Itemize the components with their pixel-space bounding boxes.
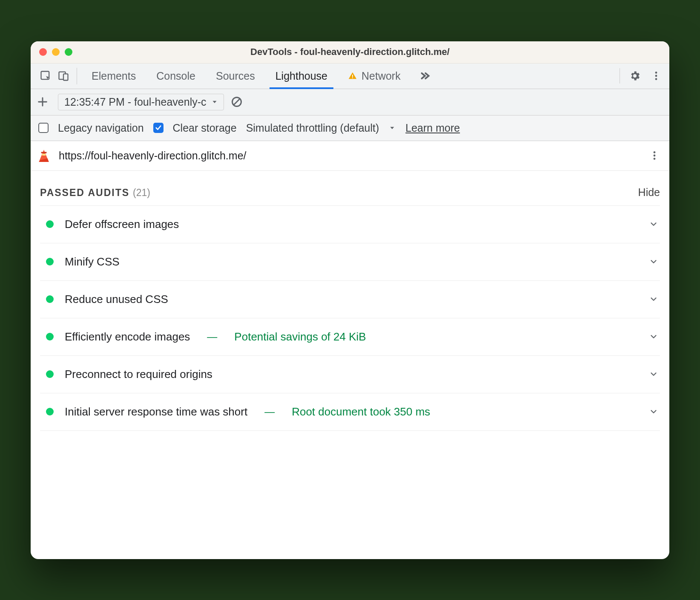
tab-network[interactable]: Network xyxy=(338,63,411,89)
inspect-element-icon[interactable] xyxy=(37,63,55,89)
new-report-button[interactable] xyxy=(37,96,51,108)
tab-sources[interactable]: Sources xyxy=(206,63,265,89)
audit-title: Minify CSS xyxy=(65,255,120,268)
divider xyxy=(620,68,620,84)
kebab-menu-button[interactable] xyxy=(647,70,665,81)
chevron-down-icon xyxy=(649,219,658,229)
audit-row[interactable]: Defer offscreen images xyxy=(40,205,660,243)
clear-report-button[interactable] xyxy=(231,96,245,108)
report-kebab-menu[interactable] xyxy=(649,150,660,161)
tab-console[interactable]: Console xyxy=(146,63,206,89)
chevron-down-icon xyxy=(649,257,658,266)
tab-label: Console xyxy=(156,70,195,82)
pass-bullet-icon xyxy=(46,220,54,228)
tabs: Elements Console Sources Lighthouse Netw… xyxy=(81,63,411,89)
tab-label: Network xyxy=(361,70,401,82)
report-select[interactable]: 12:35:47 PM - foul-heavenly-c xyxy=(58,94,224,110)
svg-rect-10 xyxy=(41,152,47,153)
audit-row[interactable]: Minify CSS xyxy=(40,243,660,280)
panel-tabbar: Elements Console Sources Lighthouse Netw… xyxy=(31,63,669,89)
chevron-down-icon xyxy=(649,294,658,304)
throttling-label: Simulated throttling (default) xyxy=(246,122,379,134)
tabbar-right-controls xyxy=(618,63,665,89)
report-select-label: 12:35:47 PM - foul-heavenly-c xyxy=(64,96,207,108)
tab-lighthouse[interactable]: Lighthouse xyxy=(265,63,338,89)
pass-bullet-icon xyxy=(46,333,54,340)
tab-label: Lighthouse xyxy=(275,70,327,82)
audit-list: Defer offscreen imagesMinify CSSReduce u… xyxy=(40,205,660,431)
warning-triangle-icon xyxy=(348,71,357,81)
clear-storage-label: Clear storage xyxy=(173,122,237,134)
pass-bullet-icon xyxy=(46,258,54,265)
tab-label: Sources xyxy=(216,70,255,82)
audit-row[interactable]: Efficiently encode images—Potential savi… xyxy=(40,318,660,355)
chevron-down-icon xyxy=(649,369,658,379)
detail-dash: — xyxy=(264,406,275,418)
settings-button[interactable] xyxy=(626,70,644,82)
more-tabs-button[interactable] xyxy=(411,63,439,89)
lighthouse-logo-icon xyxy=(37,148,51,163)
section-count: (21) xyxy=(133,187,150,199)
lighthouse-toolbar: 12:35:47 PM - foul-heavenly-c xyxy=(31,89,669,115)
close-window-icon[interactable] xyxy=(39,48,47,56)
audit-row[interactable]: Reduce unused CSS xyxy=(40,280,660,318)
svg-point-6 xyxy=(655,75,657,77)
pass-bullet-icon xyxy=(46,408,54,415)
tab-elements[interactable]: Elements xyxy=(81,63,146,89)
legacy-navigation-checkbox[interactable] xyxy=(38,123,49,133)
section-header[interactable]: PASSED AUDITS (21) Hide xyxy=(40,171,660,205)
lighthouse-options: Legacy navigation Clear storage Simulate… xyxy=(31,115,669,141)
svg-point-13 xyxy=(654,158,656,160)
tab-label: Elements xyxy=(92,70,136,82)
svg-rect-9 xyxy=(42,154,46,156)
audit-row[interactable]: Initial server response time was short—R… xyxy=(40,393,660,431)
devtools-window: DevTools - foul-heavenly-direction.glitc… xyxy=(31,41,669,559)
minimize-window-icon[interactable] xyxy=(52,48,60,56)
svg-rect-4 xyxy=(352,78,353,78)
report-url[interactable]: https://foul-heavenly-direction.glitch.m… xyxy=(59,150,247,162)
pass-bullet-icon xyxy=(46,295,54,303)
svg-point-11 xyxy=(654,151,656,153)
clear-storage-checkbox[interactable] xyxy=(153,123,164,133)
window-title: DevTools - foul-heavenly-direction.glitc… xyxy=(31,46,669,58)
window-controls xyxy=(31,48,72,56)
passed-audits-section: PASSED AUDITS (21) Hide Defer offscreen … xyxy=(31,171,669,559)
audit-title: Reduce unused CSS xyxy=(65,293,168,306)
audit-detail: Potential savings of 24 KiB xyxy=(234,330,366,343)
pass-bullet-icon xyxy=(46,370,54,378)
svg-rect-2 xyxy=(63,74,68,80)
svg-point-12 xyxy=(654,155,656,157)
audit-row[interactable]: Preconnect to required origins xyxy=(40,355,660,393)
chevron-down-icon xyxy=(649,332,658,341)
chevron-down-icon xyxy=(211,98,218,106)
titlebar: DevTools - foul-heavenly-direction.glitc… xyxy=(31,41,669,63)
audit-detail: Root document took 350 ms xyxy=(292,405,430,418)
svg-point-7 xyxy=(655,78,657,80)
audit-title: Defer offscreen images xyxy=(65,218,179,231)
audit-title: Efficiently encode images xyxy=(65,330,190,343)
report-header: https://foul-heavenly-direction.glitch.m… xyxy=(31,141,669,171)
chevron-down-icon xyxy=(649,407,658,416)
audit-title: Preconnect to required origins xyxy=(65,368,212,381)
maximize-window-icon[interactable] xyxy=(65,48,72,56)
audit-title: Initial server response time was short xyxy=(65,405,247,418)
section-title: PASSED AUDITS xyxy=(40,187,129,199)
divider xyxy=(77,68,77,84)
legacy-navigation-label: Legacy navigation xyxy=(58,122,144,134)
chevron-down-icon[interactable] xyxy=(388,124,396,132)
svg-rect-3 xyxy=(352,75,353,77)
svg-point-5 xyxy=(655,72,657,74)
device-toggle-icon[interactable] xyxy=(55,63,72,89)
detail-dash: — xyxy=(207,331,217,343)
hide-button[interactable]: Hide xyxy=(638,186,660,199)
learn-more-link[interactable]: Learn more xyxy=(405,122,460,134)
